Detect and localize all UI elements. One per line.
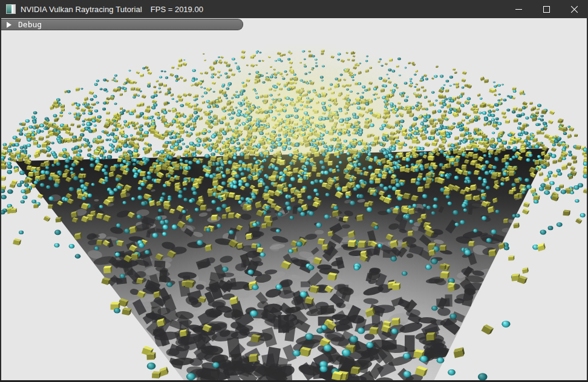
fps-counter: FPS = 2019.00 [151, 5, 203, 14]
minimize-icon [515, 9, 522, 10]
maximize-icon [543, 6, 550, 13]
window-controls [505, 0, 588, 18]
titlebar: NVIDIA Vulkan Raytracing Tutorial FPS = … [0, 0, 588, 18]
debug-collapsing-header[interactable]: Debug [1, 19, 243, 30]
app-icon [6, 4, 16, 14]
minimize-button[interactable] [505, 0, 532, 18]
close-button[interactable] [560, 0, 588, 18]
app-icon-teal-pane [7, 5, 11, 13]
maximize-button[interactable] [532, 0, 560, 18]
window-title: NVIDIA Vulkan Raytracing Tutorial [21, 5, 142, 14]
app-icon-gray-pane [13, 5, 15, 13]
debug-header-label: Debug [18, 20, 42, 29]
window-border-left [0, 18, 1, 382]
close-icon [570, 5, 578, 13]
app-window: NVIDIA Vulkan Raytracing Tutorial FPS = … [0, 0, 588, 382]
render-viewport[interactable] [0, 18, 588, 382]
collapse-arrow-icon [7, 22, 11, 28]
